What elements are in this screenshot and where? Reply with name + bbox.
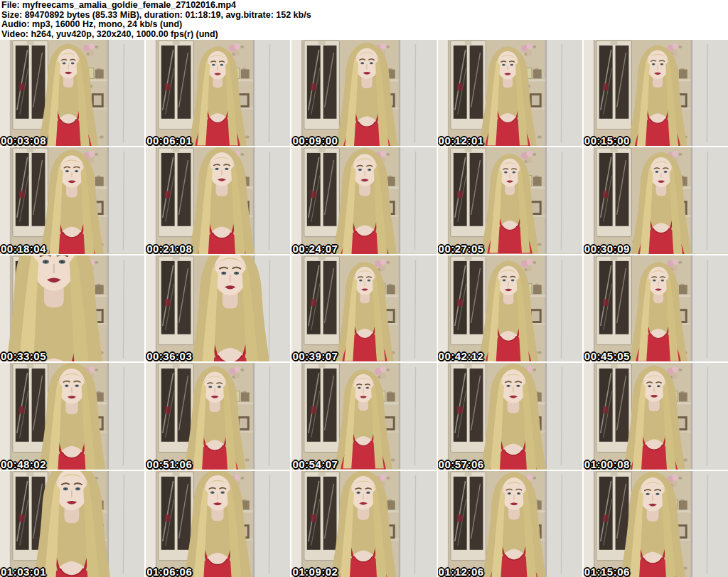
video-thumbnail[interactable]: 00:57:06 — [438, 363, 582, 469]
mirror-wardrobe — [450, 256, 486, 345]
mirror-wardrobe — [304, 41, 340, 129]
mirror-wardrobe — [596, 256, 632, 345]
audio-info-line: Audio: mp3, 16000 Hz, mono, 24 kb/s (und… — [1, 20, 728, 30]
mirror-wardrobe — [450, 364, 486, 452]
mirror-wardrobe — [159, 256, 194, 345]
webcam-frame-image — [438, 363, 582, 469]
webcam-frame-image — [584, 255, 728, 361]
video-thumbnail[interactable]: 00:42:12 — [438, 255, 582, 361]
video-thumbnail[interactable]: 01:00:08 — [584, 363, 728, 469]
webcam-frame-image — [0, 471, 144, 577]
video-thumbnail[interactable]: 00:51:06 — [146, 363, 290, 469]
webcam-frame-image — [584, 363, 728, 469]
webcam-frame-image — [291, 40, 436, 146]
video-thumbnail[interactable]: 00:54:07 — [291, 363, 436, 469]
mirror-wardrobe — [596, 364, 632, 452]
mirror-wardrobe — [159, 148, 194, 237]
webcam-frame-image — [146, 363, 290, 469]
webcam-frame-image — [146, 471, 290, 577]
mirror-wardrobe — [13, 148, 48, 237]
webcam-frame-image — [291, 147, 436, 253]
mirror-wardrobe — [159, 41, 194, 129]
webcam-frame-image — [584, 147, 728, 253]
mirror-wardrobe — [13, 41, 48, 129]
video-thumbnail[interactable]: 00:33:05 — [0, 255, 144, 361]
webcam-frame-image — [291, 471, 436, 577]
mirror-wardrobe — [304, 472, 340, 561]
mirror-wardrobe — [13, 364, 48, 452]
video-thumbnail[interactable]: 00:39:07 — [291, 255, 436, 361]
video-thumbnail[interactable]: 00:06:01 — [146, 40, 290, 146]
webcam-frame-image — [291, 363, 436, 469]
video-thumbnail[interactable]: 00:24:07 — [291, 147, 436, 253]
webcam-frame-image — [584, 471, 728, 577]
video-thumbnail[interactable]: 00:45:05 — [584, 255, 728, 361]
video-thumbnail[interactable]: 01:03:01 — [0, 471, 144, 577]
video-thumbnail[interactable]: 00:21:08 — [146, 147, 290, 253]
mirror-wardrobe — [450, 148, 486, 237]
webcam-frame-image — [0, 363, 144, 469]
webcam-frame-image — [0, 40, 144, 146]
webcam-frame-image — [0, 255, 144, 361]
webcam-frame-image — [146, 255, 290, 361]
webcam-frame-image — [438, 147, 582, 253]
video-thumbnail[interactable]: 01:09:02 — [291, 471, 436, 577]
video-thumbnail[interactable]: 00:15:00 — [584, 40, 728, 146]
mirror-wardrobe — [596, 148, 632, 237]
webcam-frame-image — [438, 471, 582, 577]
mirror-wardrobe — [450, 41, 486, 129]
file-name-line: File: myfreecams_amalia_goldie_female_27… — [1, 1, 728, 11]
webcam-frame-image — [146, 40, 290, 146]
video-thumbnail[interactable]: 00:36:03 — [146, 255, 290, 361]
file-size-line: Size: 89470892 bytes (85.33 MiB), durati… — [1, 11, 728, 21]
video-thumbnail[interactable]: 00:27:05 — [438, 147, 582, 253]
mirror-wardrobe — [159, 364, 194, 452]
thumbnail-grid: 00:03:08 — [0, 40, 728, 577]
mirror-wardrobe — [304, 364, 340, 452]
video-thumbnail[interactable]: 01:06:06 — [146, 471, 290, 577]
mirror-wardrobe — [596, 41, 632, 129]
mirror-wardrobe — [450, 472, 486, 561]
video-thumbnail[interactable]: 00:09:00 — [291, 40, 436, 146]
mirror-wardrobe — [304, 148, 340, 237]
file-info-header: File: myfreecams_amalia_goldie_female_27… — [0, 0, 728, 40]
mirror-wardrobe — [304, 256, 340, 345]
webcam-frame-image — [146, 147, 290, 253]
video-info-line: Video: h264, yuv420p, 320x240, 1000.00 f… — [1, 30, 728, 40]
video-thumbnail[interactable]: 00:48:02 — [0, 363, 144, 469]
video-thumbnail[interactable]: 00:12:01 — [438, 40, 582, 146]
webcam-frame-image — [291, 255, 436, 361]
webcam-frame-image — [584, 40, 728, 146]
webcam-frame-image — [438, 255, 582, 361]
mirror-wardrobe — [159, 472, 194, 561]
video-thumbnail[interactable]: 01:12:06 — [438, 471, 582, 577]
video-thumbnail[interactable]: 01:15:06 — [584, 471, 728, 577]
video-thumbnail[interactable]: 00:18:04 — [0, 147, 144, 253]
video-thumbnail[interactable]: 00:03:08 — [0, 40, 144, 146]
webcam-frame-image — [0, 147, 144, 253]
webcam-frame-image — [438, 40, 582, 146]
video-thumbnail[interactable]: 00:30:09 — [584, 147, 728, 253]
